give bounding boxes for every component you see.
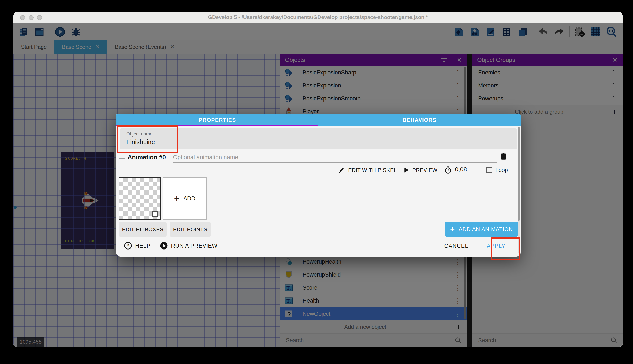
object-name-field[interactable]: Object name FinishLine — [120, 128, 517, 149]
cancel-button[interactable]: CANCEL — [444, 243, 468, 249]
play-circle-icon — [160, 242, 168, 250]
add-animation-button[interactable]: + ADD AN ANIMATION — [445, 222, 518, 236]
plus-icon: + — [450, 225, 455, 234]
object-name-label: Object name — [126, 131, 153, 137]
add-frame-button[interactable]: + ADD — [163, 178, 206, 220]
screenshot-stage: GDevelop 5 - /Users/dkarakay/Documents/G… — [0, 0, 633, 364]
preview-animation-button[interactable]: PREVIEW — [403, 167, 437, 173]
time-between-frames-control[interactable]: 0,08 — [444, 166, 479, 174]
help-button[interactable]: ? HELP — [124, 242, 150, 250]
animation-label: Animation #0 — [128, 154, 166, 161]
titlebar: GDevelop 5 - /Users/dkarakay/Documents/G… — [14, 12, 622, 24]
frame-thumbnail[interactable] — [119, 178, 161, 220]
tab-behaviors[interactable]: BEHAVIORS — [319, 114, 520, 126]
animation-name-input[interactable]: Optional animation name — [173, 154, 497, 163]
apply-button[interactable]: APPLY — [487, 243, 505, 249]
pencil-icon — [338, 166, 345, 174]
object-name-value[interactable]: FinishLine — [126, 138, 155, 146]
dialog-tabs: PROPERTIES BEHAVIORS — [116, 114, 520, 126]
animation-controls: EDIT WITH PISKEL PREVIEW 0,08 Loop — [338, 166, 508, 174]
svg-text:?: ? — [127, 244, 130, 248]
dialog-scrollbar[interactable] — [518, 127, 520, 253]
delete-animation-icon[interactable] — [499, 152, 508, 160]
tab-properties[interactable]: PROPERTIES — [116, 114, 319, 126]
active-tab-underline — [116, 124, 318, 126]
time-between-frames-input[interactable]: 0,08 — [455, 166, 479, 174]
window-title: GDevelop 5 - /Users/dkarakay/Documents/G… — [14, 14, 622, 20]
edit-points-button[interactable]: EDIT POINTS — [170, 222, 211, 236]
drag-handle-icon[interactable] — [119, 156, 125, 160]
edit-with-piskel-button[interactable]: EDIT WITH PISKEL — [338, 166, 397, 174]
object-editor-dialog: PROPERTIES BEHAVIORS Object name FinishL… — [116, 114, 520, 257]
loop-control[interactable]: Loop — [486, 167, 508, 174]
plus-icon: + — [174, 194, 179, 204]
run-a-preview-button[interactable]: RUN A PREVIEW — [160, 242, 217, 250]
help-icon: ? — [124, 242, 132, 250]
thumbnail-corner-icon — [152, 211, 158, 217]
stopwatch-icon — [444, 166, 452, 174]
play-triangle-icon — [403, 167, 409, 173]
dialog-footer: ? HELP RUN A PREVIEW CANCEL APPLY — [116, 238, 520, 257]
loop-label: Loop — [495, 167, 508, 174]
loop-checkbox[interactable] — [486, 167, 492, 173]
edit-hitboxes-button[interactable]: EDIT HITBOXES — [119, 222, 167, 236]
